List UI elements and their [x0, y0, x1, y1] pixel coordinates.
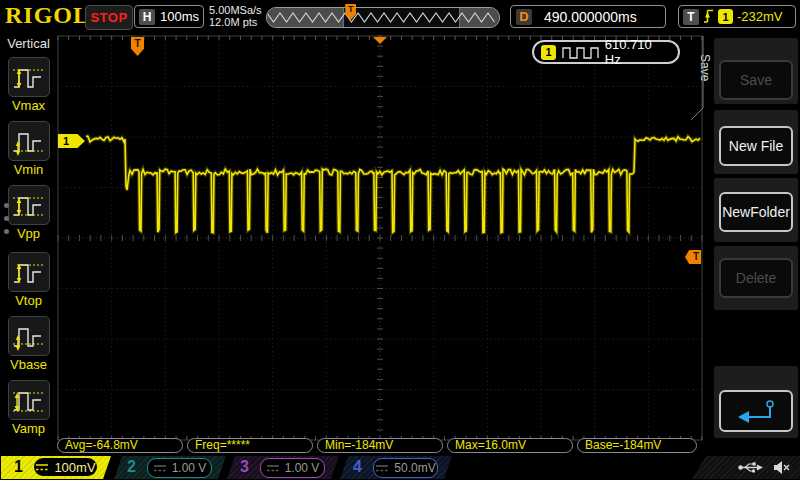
menu-page-dot: [4, 203, 9, 208]
horizontal-icon: H: [139, 9, 155, 25]
menu-page-dot: [4, 229, 9, 234]
delete-button[interactable]: Delete: [719, 258, 793, 298]
channel-scale-value: 1.00 V: [285, 461, 320, 475]
screen-center-marker: [373, 37, 387, 44]
channel-number: 2: [127, 458, 136, 476]
trigger-source-badge: 1: [718, 9, 733, 24]
vbase-icon: [11, 320, 47, 352]
trigger-position-flag[interactable]: T: [131, 37, 144, 56]
scope-display: [0, 0, 800, 480]
delay-value: 490.000000ms: [544, 9, 637, 25]
speaker-muted-icon: [773, 460, 790, 475]
coupling-dc-icon: [375, 463, 389, 473]
menu-item-vmax[interactable]: Vmax: [0, 57, 57, 113]
channel-scale-value: 50.0mV: [394, 461, 435, 475]
measurement-max: Max=16.0mV: [447, 438, 573, 453]
channel-number: 4: [353, 458, 362, 476]
save-menu-tab-label: Save: [698, 54, 712, 81]
return-button[interactable]: [719, 390, 793, 432]
delay-icon: D: [516, 9, 532, 25]
trigger-level-flag[interactable]: T: [685, 250, 701, 264]
vtop-icon: [11, 256, 47, 288]
measurement-avg: Avg=-64.8mV: [57, 438, 183, 453]
trigger-edge-icon: [703, 8, 714, 25]
delay-readout: D 490.000000ms: [510, 5, 666, 28]
save-button[interactable]: Save: [719, 60, 793, 100]
trigger-level-value: -232mV: [737, 9, 783, 24]
run-state-badge[interactable]: STOP: [85, 5, 133, 30]
menu-item-vbase[interactable]: Vbase: [0, 316, 57, 372]
channel-tab-2[interactable]: 2 1.00 V: [114, 456, 226, 479]
channel-number: 1: [14, 458, 23, 476]
measurement-base: Base=-184mV: [577, 438, 697, 453]
timebase-value: 100ms: [160, 9, 199, 24]
trigger-readout[interactable]: T 1 -232mV: [678, 5, 796, 28]
channel-tab-4[interactable]: 4 50.0mV: [340, 456, 452, 479]
coupling-dc-icon: [266, 463, 280, 473]
freq-value: 610.710 Hz: [605, 37, 671, 67]
channel-scale-value: 100mV: [54, 460, 95, 475]
menu-page-dot: [4, 216, 9, 221]
channel-tab-1[interactable]: 1 100mV: [1, 456, 111, 479]
new-file-button[interactable]: New File: [719, 126, 793, 166]
acquisition-info: 5.00MSa/s 12.0M pts: [209, 4, 262, 28]
frequency-counter: 1 610.710 Hz: [532, 40, 680, 64]
channel-scale-value: 1.00 V: [172, 461, 207, 475]
horizontal-timebase[interactable]: H 100ms: [134, 5, 204, 28]
coupling-dc-icon: [153, 463, 167, 473]
sample-rate: 5.00MSa/s: [209, 4, 262, 16]
usb-icon: [737, 460, 764, 475]
menu-item-vtop[interactable]: Vtop: [0, 252, 57, 308]
memory-depth: 12.0M pts: [209, 16, 262, 28]
vertical-measure-menu: Vertical Vmax Vmin: [0, 33, 57, 455]
left-menu-title: Vertical: [0, 36, 57, 51]
return-arrow-icon: [735, 398, 777, 424]
system-status-tab: [692, 456, 800, 479]
square-wave-icon: [562, 46, 599, 59]
channel-tab-3[interactable]: 3 1.00 V: [227, 456, 339, 479]
trigger-label-badge: T: [683, 9, 699, 25]
oscilloscope-screen: RIGOL STOP H 100ms 5.00MSa/s 12.0M pts T…: [0, 0, 800, 480]
overview-wave: [267, 8, 499, 27]
menu-item-vamp[interactable]: Vamp: [0, 380, 57, 436]
freq-channel-badge: 1: [541, 45, 556, 60]
channel-number: 3: [240, 458, 249, 476]
vmin-icon: [11, 125, 47, 157]
new-folder-button[interactable]: NewFolder: [719, 192, 793, 232]
measurement-freq: Freq=*****: [187, 438, 313, 453]
rigol-logo: RIGOL: [5, 2, 90, 29]
channel-1-marker[interactable]: 1: [58, 134, 85, 148]
measurement-min: Min=-184mV: [317, 438, 443, 453]
vpp-icon: [11, 189, 47, 221]
channel-status-bar: 1 100mV 2 1.00 V 3 1.00 V 4: [0, 455, 800, 480]
coupling-dc-icon: [35, 462, 49, 472]
vmax-icon: [11, 61, 47, 93]
vamp-icon: [11, 384, 47, 416]
menu-item-vmin[interactable]: Vmin: [0, 121, 57, 177]
waveform-overview-strip[interactable]: [266, 7, 500, 28]
